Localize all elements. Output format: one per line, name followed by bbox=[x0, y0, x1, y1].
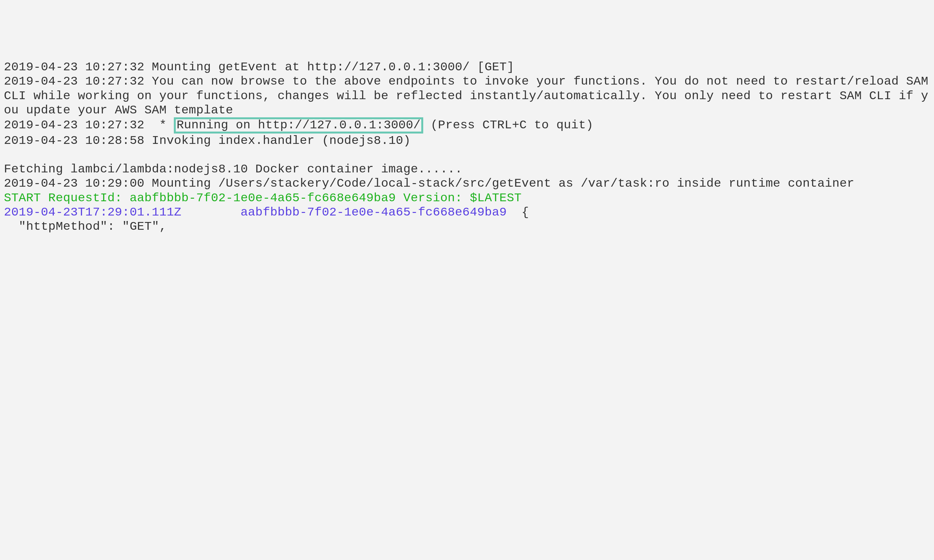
log-line-running-prefix: 2019-04-23 10:27:32 * bbox=[4, 118, 174, 132]
running-url-highlight: Running on http://127.0.0.1:3000/ bbox=[174, 117, 423, 134]
log-line-start-request: START RequestId: aabfbbbb-7f02-1e0e-4a65… bbox=[4, 191, 521, 205]
log-line-timestamp-req: 2019-04-23T17:29:01.111Z aabfbbbb-7f02-1… bbox=[4, 205, 507, 219]
log-line-running-suffix: (Press CTRL+C to quit) bbox=[423, 118, 593, 132]
log-line-mounting-container: 2019-04-23 10:29:00 Mounting /Users/stac… bbox=[4, 177, 854, 190]
log-json-http-method: "httpMethod": "GET", bbox=[4, 220, 167, 233]
log-line-browse-info: 2019-04-23 10:27:32 You can now browse t… bbox=[4, 75, 934, 117]
log-json-open-brace: { bbox=[507, 205, 529, 219]
log-line-mount: 2019-04-23 10:27:32 Mounting getEvent at… bbox=[4, 60, 514, 74]
terminal-output[interactable]: 2019-04-23 10:27:32 Mounting getEvent at… bbox=[4, 60, 930, 234]
log-line-fetching: Fetching lambci/lambda:nodejs8.10 Docker… bbox=[4, 162, 462, 176]
log-line-invoking: 2019-04-23 10:28:58 Invoking index.handl… bbox=[4, 134, 411, 148]
